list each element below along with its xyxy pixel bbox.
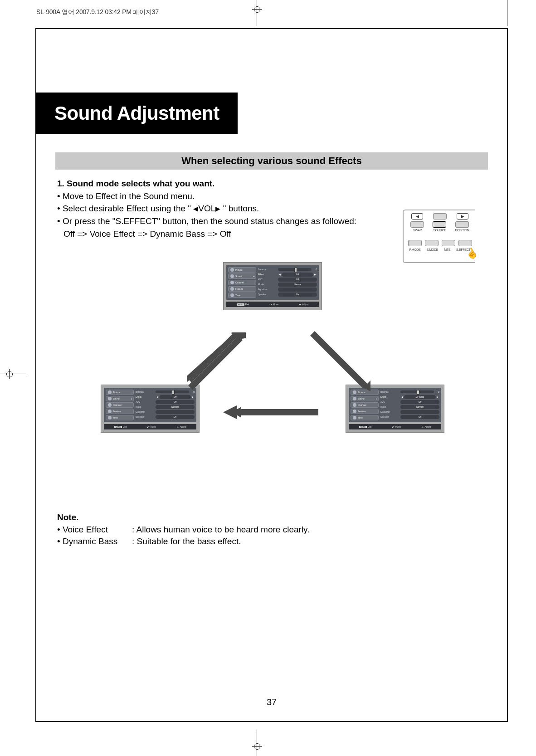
page-number: 37 — [36, 697, 507, 707]
crop-mark — [507, 0, 507, 26]
remote-label: POSITION — [455, 229, 469, 232]
remote-button — [433, 213, 447, 219]
osd-menu-item: Sound — [228, 273, 256, 279]
osd-menu-item: Channel — [351, 402, 379, 408]
note-key: • Voice Effect — [57, 524, 132, 536]
osd-menu-item: Time — [351, 415, 379, 420]
remote-label: MTS — [444, 248, 450, 251]
registration-mark-icon — [254, 743, 260, 750]
instruction-line: • Move to Effect in the Sound menu. — [57, 190, 488, 202]
remote-label: SOURCE — [433, 229, 446, 232]
osd-screenshot: Picture Sound Channel Feature Time Balan… — [101, 385, 200, 433]
text-fragment: VOL — [198, 204, 215, 213]
osd-menu-item: Feature — [228, 286, 256, 292]
osd-menu-item: Feature — [106, 409, 134, 414]
note-heading: Note. — [57, 512, 488, 524]
remote-button — [410, 221, 424, 228]
osd-menu-item: Time — [228, 293, 256, 298]
triangle-left-icon: ◀ — [193, 205, 198, 212]
osd-screenshot: Picture Sound Channel Feature Time Balan… — [223, 262, 322, 310]
note-value: : Suitable for the bass effect. — [132, 536, 241, 548]
osd-menu-item: Channel — [106, 402, 134, 408]
remote-button — [408, 240, 422, 246]
remote-label: S.MODE — [426, 248, 438, 251]
osd-menu-item: Channel — [228, 280, 256, 285]
osd-menu-item: Time — [106, 415, 134, 420]
note-value: : Allows human voice to be heard more cl… — [132, 524, 309, 536]
remote-right-arrow-icon: ▶ — [457, 213, 468, 219]
crop-mark — [257, 0, 257, 26]
remote-left-arrow-icon: ◀ — [411, 213, 423, 219]
osd-menu-item: Feature — [351, 409, 379, 414]
note-key: • Dynamic Bass — [57, 536, 132, 548]
remote-button — [458, 240, 472, 246]
remote-button — [442, 240, 455, 246]
text-fragment: " buttons. — [220, 204, 259, 213]
cycle-arrow-icon — [187, 332, 246, 391]
osd-menu-item: Sound — [351, 396, 379, 401]
cycle-arrow-icon — [307, 328, 370, 391]
registration-mark-icon — [254, 6, 260, 13]
svg-marker-11 — [223, 405, 237, 419]
osd-menu-item: Picture — [228, 267, 256, 273]
step-heading: 1. Sound mode selects what you want. — [57, 178, 488, 190]
crop-mark — [257, 730, 257, 756]
page-title: Sound Adjustment — [36, 93, 238, 134]
osd-screenshot: Picture Sound Channel Feature Time Balan… — [346, 385, 444, 433]
osd-menu-item: Picture — [106, 390, 134, 395]
remote-button — [455, 221, 469, 228]
section-heading: When selecting various sound Effects — [55, 152, 488, 170]
remote-label: P.MODE — [409, 248, 420, 251]
cycle-arrow-icon — [223, 405, 323, 419]
remote-control-illustration: ◀ ▶ SWAP SOURCE POSITION P.MODE S.MODE M… — [403, 210, 475, 263]
print-header-strip: SL-900A 영어 2007.9.12 03:42 PM 페이지37 — [36, 8, 159, 16]
osd-menu-item: Sound — [106, 396, 134, 401]
remote-button — [425, 240, 439, 246]
page-frame: Sound Adjustment When selecting various … — [35, 28, 508, 722]
note-block: Note. • Voice Effect : Allows human voic… — [55, 512, 488, 548]
remote-label: SWAP — [413, 229, 422, 232]
osd-cycle-diagram: Picture Sound Channel Feature Time Balan… — [55, 262, 488, 484]
crop-mark — [0, 374, 26, 374]
text-fragment: • Select desirable Effect using the " — [57, 204, 193, 213]
remote-button — [433, 221, 446, 228]
triangle-right-icon: ▶ — [215, 205, 220, 212]
registration-mark-icon — [6, 371, 13, 377]
